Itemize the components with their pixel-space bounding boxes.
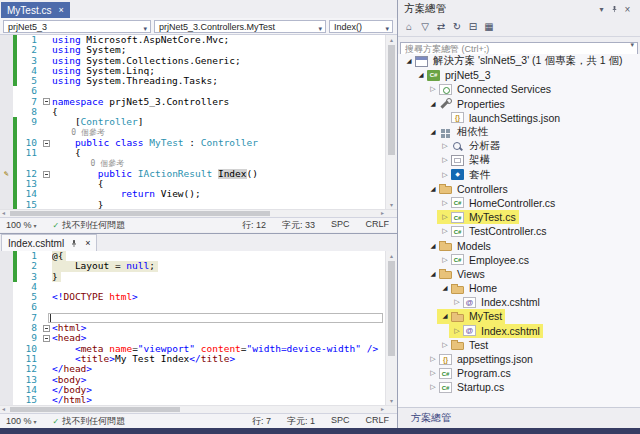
code-line[interactable]: 10 public class MyTest : Controller (0, 138, 386, 148)
tree-item[interactable]: ▷Startup.cs (398, 380, 640, 394)
scroll-right-icon[interactable]: ▸ (381, 210, 384, 217)
code-line[interactable]: 7 (0, 313, 386, 323)
window-position-icon[interactable]: ▾ (595, 5, 608, 14)
code-line[interactable]: 2 Layout = null; (0, 261, 386, 271)
scrollbar-thumb[interactable] (10, 211, 270, 216)
tree-item[interactable]: ▷MyTest.cs (398, 210, 640, 224)
spaces-indicator[interactable]: SPC (331, 415, 350, 428)
collapse-arrow-icon[interactable]: ◢ (428, 185, 438, 193)
fold-margin[interactable] (41, 97, 52, 107)
collapse-arrow-icon[interactable]: ◢ (440, 284, 450, 292)
collapse-arrow-icon[interactable]: ◢ (416, 71, 426, 79)
horizontal-scrollbar[interactable]: ◂ ▸ (0, 405, 397, 413)
tree-item[interactable]: ▷Index.cshtml (398, 295, 640, 309)
scroll-up-icon[interactable]: ▴ (386, 36, 397, 43)
tab-solution-explorer[interactable]: 方案總管 (402, 408, 460, 428)
tree-item[interactable]: ◢Models (398, 238, 640, 252)
spaces-indicator[interactable]: SPC (331, 219, 350, 232)
collapse-arrow-icon[interactable]: ◢ (440, 312, 450, 320)
expand-arrow-icon[interactable]: ▷ (428, 355, 438, 363)
column-indicator[interactable]: 字元: 1 (287, 415, 315, 428)
fold-margin[interactable] (41, 323, 52, 333)
code-line[interactable]: 14</body> (0, 385, 386, 395)
code-line[interactable]: 3using System.Collections.Generic; (0, 56, 386, 66)
line-indicator[interactable]: 行: 12 (242, 219, 266, 232)
scroll-right-icon[interactable]: ▸ (381, 406, 384, 413)
tree-item[interactable]: launchSettings.json (398, 111, 640, 125)
scroll-up-icon[interactable]: ▴ (386, 252, 397, 259)
zoom-control[interactable]: 100 % (6, 416, 37, 426)
close-icon[interactable]: × (621, 4, 634, 15)
tree-item[interactable]: ▷HomeController.cs (398, 196, 640, 210)
scroll-down-icon[interactable]: ▾ (386, 201, 397, 208)
close-icon[interactable]: × (85, 239, 90, 248)
column-indicator[interactable]: 字元: 33 (282, 219, 315, 232)
code-line[interactable]: 11 <title>My Test Index</title> (0, 354, 386, 364)
eol-indicator[interactable]: CRLF (365, 415, 389, 428)
pin-icon[interactable] (70, 239, 78, 248)
project-dropdown[interactable]: prjNet5_3 (3, 20, 151, 33)
tree-item[interactable]: ◢解決方案 'slnNet5_3' (1 個專案，共 1 個) (398, 54, 640, 68)
collapse-region-icon[interactable] (43, 325, 50, 332)
collapse-all-icon[interactable]: ⊟ (465, 19, 481, 35)
code-editor[interactable]: 1@{2 Layout = null;3}45<!DOCTYPE html>67… (0, 251, 386, 405)
code-line[interactable]: 1@{ (0, 251, 386, 261)
expand-arrow-icon[interactable]: ▷ (428, 383, 438, 391)
eol-indicator[interactable]: CRLF (365, 219, 389, 232)
tool-window-header[interactable]: 方案總管 ▾ × (398, 0, 640, 18)
expand-arrow-icon[interactable]: ▷ (440, 256, 450, 264)
code-line[interactable]: 6 (0, 86, 386, 96)
tree-item[interactable]: ▷分析器 (398, 139, 640, 153)
scroll-left-icon[interactable]: ◂ (2, 406, 5, 413)
filter-icon[interactable]: ▽ (417, 19, 433, 35)
tree-item[interactable]: ▷架構 (398, 153, 640, 167)
expand-arrow-icon[interactable]: ▷ (440, 142, 450, 150)
collapse-arrow-icon[interactable]: ◢ (404, 57, 414, 65)
expand-arrow-icon[interactable]: ▷ (440, 171, 450, 179)
code-line[interactable]: 0 個參考 (0, 159, 386, 169)
collapse-region-icon[interactable] (43, 98, 50, 105)
pin-icon[interactable] (608, 5, 621, 13)
fold-margin[interactable] (41, 333, 52, 343)
code-line[interactable]: 3} (0, 272, 386, 282)
tree-item[interactable]: ▷Employee.cs (398, 253, 640, 267)
expand-arrow-icon[interactable]: ▷ (428, 85, 438, 93)
collapse-region-icon[interactable] (43, 171, 50, 178)
sync-icon[interactable]: ⇄ (433, 19, 449, 35)
home-icon[interactable]: ⌂ (401, 19, 417, 35)
code-line[interactable]: 5<!DOCTYPE html> (0, 292, 386, 302)
code-line[interactable]: 15</html> (0, 395, 386, 405)
code-line[interactable]: 11 { (0, 148, 386, 158)
code-line[interactable]: 8<html> (0, 323, 386, 333)
scrollbar-thumb[interactable] (388, 45, 395, 155)
code-editor[interactable]: 1using Microsoft.AspNetCore.Mvc;2using S… (0, 35, 386, 209)
fold-margin[interactable] (41, 169, 52, 179)
code-line[interactable]: 4using System.Linq; (0, 66, 386, 76)
code-line[interactable]: 9<head> (0, 333, 386, 343)
expand-arrow-icon[interactable]: ▷ (440, 341, 450, 349)
tree-item[interactable]: ◢MyTest (398, 309, 640, 323)
vertical-scrollbar[interactable]: ▴ ▾ (385, 251, 397, 405)
type-dropdown[interactable]: prjNet5_3.Controllers.MyTest (154, 20, 326, 33)
expand-arrow-icon[interactable]: ▷ (452, 327, 462, 335)
chevron-down-icon[interactable]: ▾ (630, 41, 634, 49)
code-line[interactable]: 9 [Controller] (0, 117, 386, 127)
scroll-left-icon[interactable]: ◂ (2, 210, 5, 217)
code-line[interactable]: 10 <meta name="viewport" content="width=… (0, 344, 386, 354)
vertical-scrollbar[interactable]: ▴ ▾ (385, 35, 397, 209)
code-line[interactable]: 5using System.Threading.Tasks; (0, 76, 386, 86)
tree-item[interactable]: ◢相依性 (398, 125, 640, 139)
collapse-arrow-icon[interactable]: ◢ (428, 128, 438, 136)
code-line[interactable]: ✎12 public IActionResult Index() (0, 169, 386, 179)
tree-item[interactable]: ▷套件 (398, 168, 640, 182)
tree-item[interactable]: ▷Program.cs (398, 366, 640, 380)
expand-arrow-icon[interactable]: ▷ (428, 369, 438, 377)
code-line[interactable]: 15 } (0, 200, 386, 209)
tree-item[interactable]: ◢Views (398, 267, 640, 281)
member-dropdown[interactable]: Index() (329, 20, 393, 33)
code-line[interactable]: 1using Microsoft.AspNetCore.Mvc; (0, 35, 386, 45)
code-line[interactable]: 0 個參考 (0, 128, 386, 138)
tree-item[interactable]: ◢prjNet5_3 (398, 68, 640, 82)
code-line[interactable]: 2using System; (0, 45, 386, 55)
scrollbar-thumb[interactable] (388, 261, 395, 356)
